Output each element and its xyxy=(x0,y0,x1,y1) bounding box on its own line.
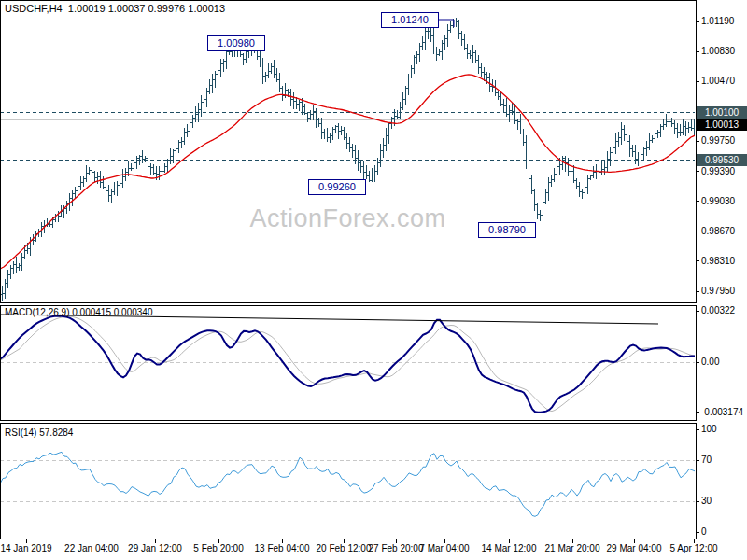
price-axis-label: 0.99390 xyxy=(701,166,735,176)
rsi-plot[interactable] xyxy=(0,422,696,539)
time-axis-label: 22 Jan 04:00 xyxy=(64,543,119,553)
time-axis-label: 29 Mar 04:00 xyxy=(607,543,662,553)
macd-axis-label: 0.00322 xyxy=(701,305,735,315)
time-axis-label: 13 Feb 04:00 xyxy=(255,543,310,553)
time-axis-label: 21 Mar 20:00 xyxy=(545,543,600,553)
macd-axis-label: 0.00 xyxy=(701,357,719,367)
price-tag: 1.00013 xyxy=(697,119,747,131)
price-axis-label: 0.98310 xyxy=(701,256,735,266)
rsi-axis-label: 30 xyxy=(701,496,712,506)
trading-chart-window: ActionForex.com USDCHF,H4 1.00019 1.0003… xyxy=(0,0,747,560)
price-axis-label: 1.01190 xyxy=(701,16,734,26)
price-axis-label: 1.00830 xyxy=(701,46,735,56)
time-axis-label: 14 Mar 12:00 xyxy=(482,543,537,553)
price-tag: 0.99530 xyxy=(697,154,747,166)
price-axis-label: 1.00470 xyxy=(701,76,735,86)
price-axis-label: 0.99030 xyxy=(701,196,735,206)
price-tag: 1.00100 xyxy=(697,106,747,119)
macd-axis-label: -0.003174 xyxy=(701,407,743,417)
time-axis-label: 7 Mar 04:00 xyxy=(419,543,469,553)
rsi-axis-label: 100 xyxy=(701,424,717,434)
price-chart-plot[interactable] xyxy=(0,0,696,303)
time-axis-label: 20 Feb 12:00 xyxy=(317,543,372,553)
price-axis-label: 0.98670 xyxy=(701,226,735,236)
rsi-axis-label: 0 xyxy=(701,526,707,537)
price-axis-label: 0.99750 xyxy=(701,135,735,146)
macd-plot[interactable] xyxy=(0,305,696,420)
time-axis-label: 14 Jan 2019 xyxy=(0,543,51,553)
rsi-axis-label: 70 xyxy=(701,455,712,465)
time-axis-label: 5 Feb 20:00 xyxy=(193,543,243,553)
time-axis-label: 27 Feb 20:00 xyxy=(369,543,424,553)
time-axis-label: 5 Apr 12:00 xyxy=(669,543,717,553)
time-axis-label: 29 Jan 12:00 xyxy=(128,543,182,553)
price-axis-label: 0.97950 xyxy=(701,286,735,296)
